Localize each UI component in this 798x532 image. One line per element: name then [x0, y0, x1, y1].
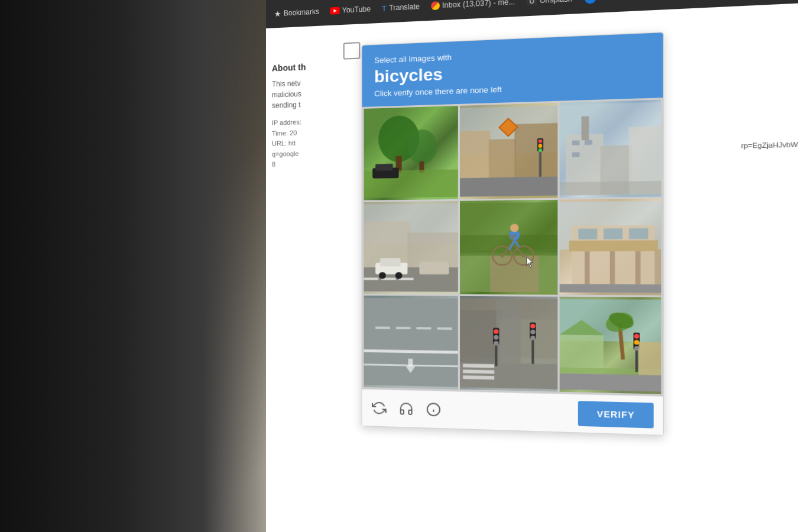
grid-cell-9[interactable]	[560, 297, 661, 394]
grid-cell-6[interactable]	[560, 199, 661, 296]
grid-cell-3[interactable]	[560, 100, 661, 198]
svg-rect-72	[375, 326, 390, 329]
svg-rect-69	[364, 298, 458, 387]
recaptcha-header: Select all images with bicycles Click ve…	[362, 33, 663, 107]
screen-area: ★ Bookmarks YouTube T Translate Inbox (1…	[266, 0, 798, 532]
youtube-item[interactable]: YouTube	[326, 4, 374, 17]
grid-cell-4[interactable]	[364, 201, 458, 294]
svg-point-44	[510, 224, 518, 232]
star-icon: ★	[274, 9, 281, 18]
grid-cell-7[interactable]	[364, 296, 458, 390]
svg-rect-22	[582, 116, 589, 141]
youtube-icon	[330, 7, 339, 15]
url-fragment: rp=EgZjaHJvbWUqCQgAEEUYOxiA	[741, 139, 798, 150]
svg-rect-25	[572, 153, 580, 157]
svg-rect-68	[560, 284, 661, 293]
svg-rect-82	[463, 364, 494, 368]
left-panel-title: About th	[272, 60, 368, 73]
unsplash-icon: U	[527, 0, 537, 5]
svg-rect-35	[380, 258, 401, 267]
svg-rect-26	[560, 181, 661, 196]
unsplash-label: Unsplash	[540, 0, 572, 5]
translate-item[interactable]: T Translate	[378, 1, 423, 14]
svg-rect-65	[578, 229, 597, 239]
recaptcha-widget: Select all images with bicycles Click ve…	[361, 32, 664, 436]
svg-rect-108	[638, 342, 661, 375]
grid-cell-1[interactable]	[364, 106, 458, 200]
grid-cell-5[interactable]	[460, 200, 557, 295]
browser-content: About th This netvmalicioussending t IP …	[266, 1, 798, 532]
svg-rect-75	[437, 327, 452, 330]
footer-icons	[371, 400, 442, 419]
svg-rect-83	[463, 369, 494, 374]
checkbox[interactable]	[343, 42, 361, 60]
grid-cell-8[interactable]	[460, 296, 557, 392]
grid-cell-2[interactable]	[460, 103, 557, 199]
device-bezel	[0, 0, 290, 532]
svg-rect-84	[463, 375, 494, 379]
translate-icon: T	[382, 4, 387, 13]
svg-rect-23	[572, 140, 580, 145]
info-button[interactable]	[425, 401, 443, 419]
con-icon: 🔵	[584, 0, 597, 4]
gmail-icon	[431, 1, 440, 10]
svg-rect-42	[460, 235, 557, 255]
con-item[interactable]: 🔵 Con	[580, 0, 619, 6]
image-grid	[362, 98, 663, 396]
recaptcha-footer: VERIFY	[362, 389, 663, 435]
svg-point-36	[379, 272, 386, 279]
audio-button[interactable]	[398, 400, 415, 418]
refresh-button[interactable]	[371, 400, 388, 417]
left-panel-details: IP addres:Time: 20URL: httq=google8	[272, 115, 368, 170]
svg-rect-61	[569, 240, 658, 251]
svg-rect-81	[496, 299, 520, 388]
svg-rect-102	[560, 374, 661, 392]
svg-rect-73	[396, 327, 411, 329]
svg-rect-66	[604, 228, 622, 239]
unsplash-item[interactable]: U Unsplash	[523, 0, 576, 7]
svg-rect-67	[629, 228, 648, 239]
svg-rect-12	[460, 177, 557, 197]
left-panel: About th This netvmalicioussending t IP …	[272, 60, 368, 170]
svg-point-37	[395, 272, 403, 279]
left-panel-description: This netvmalicioussending t	[272, 76, 368, 111]
youtube-label: YouTube	[342, 5, 371, 15]
svg-rect-31	[364, 278, 379, 280]
svg-rect-74	[416, 327, 431, 329]
svg-rect-38	[419, 262, 449, 275]
bookmarks-item[interactable]: ★ Bookmarks	[271, 6, 323, 20]
bookmarks-label: Bookmarks	[284, 7, 319, 17]
svg-rect-6	[375, 164, 393, 171]
svg-rect-24	[585, 140, 592, 145]
inbox-item[interactable]: Inbox (13,037) - me...	[427, 0, 519, 12]
con-label: Con	[600, 0, 615, 2]
inbox-label: Inbox (13,037) - me...	[442, 0, 515, 9]
verify-button[interactable]: VERIFY	[578, 401, 653, 428]
translate-label: Translate	[389, 2, 420, 12]
